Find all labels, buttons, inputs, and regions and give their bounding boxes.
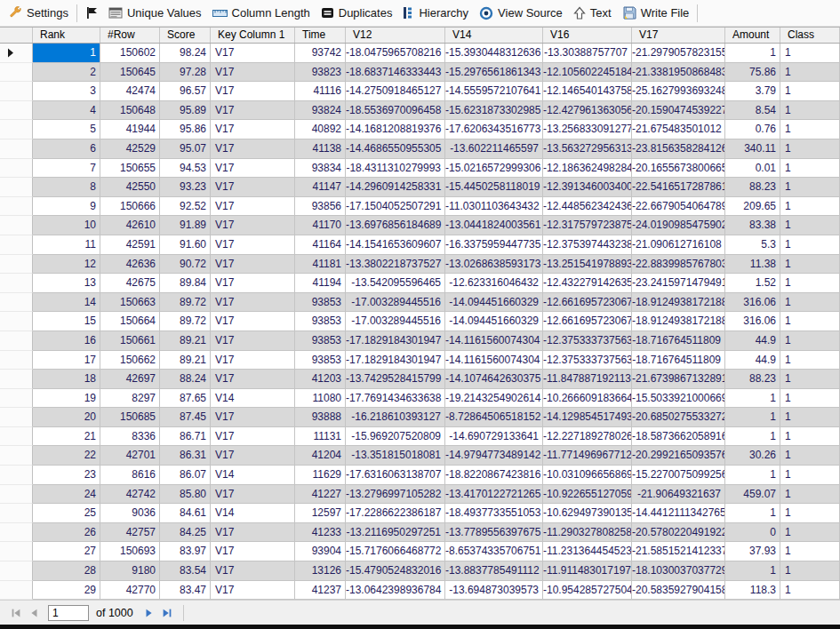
cell-v12[interactable]: -13.351815018081 — [346, 446, 445, 466]
cell-score[interactable]: 85.80 — [160, 485, 211, 505]
cell-v16[interactable]: -10.9542857275047 — [543, 581, 632, 601]
column-header-amount[interactable]: Amount — [725, 28, 780, 43]
cell-v17[interactable]: -18.9124938172188 — [632, 293, 725, 313]
cell-v17[interactable]: -20.1590474539227 — [632, 101, 725, 121]
cell-class[interactable]: 1 — [780, 159, 840, 179]
cell-rank[interactable]: 22 — [33, 446, 100, 466]
cell-time[interactable]: 41164 — [295, 235, 346, 255]
cell-amount[interactable]: 88.23 — [725, 370, 780, 389]
cell-class[interactable]: 1 — [780, 389, 840, 409]
row-marker-cell[interactable] — [0, 581, 33, 601]
cell-v16[interactable]: -12.2271892780267 — [543, 427, 632, 447]
cell-time[interactable]: 93888 — [295, 408, 346, 427]
cell-amount[interactable]: 209.65 — [725, 197, 780, 217]
cell-time[interactable]: 93853 — [295, 312, 346, 331]
cell-rank[interactable]: 13 — [33, 274, 100, 293]
cell-v14[interactable]: -14.9794773489142 — [445, 446, 543, 466]
row-marker-cell[interactable] — [0, 389, 33, 409]
cell-rank[interactable]: 24 — [33, 485, 100, 505]
last-page-button[interactable] — [158, 605, 176, 621]
cell-keycol[interactable]: V17 — [211, 446, 295, 466]
cell-class[interactable]: 1 — [780, 101, 840, 121]
cell-v14[interactable]: -15.2976561861343 — [445, 63, 543, 83]
row-marker-cell[interactable] — [0, 101, 33, 121]
cell-amount[interactable]: 1.52 — [725, 274, 780, 293]
column-header-row[interactable]: #Row — [100, 28, 160, 43]
cell-class[interactable]: 1 — [780, 446, 840, 466]
cell-rank[interactable]: 5 — [33, 120, 100, 139]
cell-v16[interactable]: -13.5632729563133 — [543, 139, 632, 159]
cell-time[interactable]: 13126 — [295, 561, 346, 581]
cell-time[interactable]: 93853 — [295, 351, 346, 370]
cell-v14[interactable]: -15.4450258118019 — [445, 178, 543, 197]
cell-rank[interactable]: 17 — [33, 351, 100, 370]
cell-keycol[interactable]: V17 — [211, 274, 295, 293]
cell-v12[interactable]: -17.003289445516 — [346, 293, 445, 313]
cell-rank[interactable]: 29 — [33, 581, 100, 601]
row-marker-cell[interactable] — [0, 370, 33, 389]
cell-keycol[interactable]: V17 — [211, 542, 295, 561]
cell-row[interactable]: 42770 — [100, 581, 160, 601]
cell-time[interactable]: 41227 — [295, 485, 346, 505]
cell-v14[interactable]: -17.6206343516773 — [445, 120, 543, 139]
cell-v12[interactable]: -17.1829184301947 — [346, 331, 445, 351]
cell-class[interactable]: 1 — [780, 485, 840, 505]
cell-v17[interactable]: -20.2992165093576 — [632, 446, 725, 466]
cell-rank[interactable]: 9 — [33, 197, 100, 217]
cell-keycol[interactable]: V14 — [211, 504, 295, 523]
cell-v14[interactable]: -14.690729133641 — [445, 427, 543, 447]
cell-v12[interactable]: -17.1504052507291 — [346, 197, 445, 217]
unique-values-button[interactable]: Unique Values — [103, 4, 207, 22]
row-marker-cell[interactable] — [0, 504, 33, 523]
cell-row[interactable]: 42474 — [100, 82, 160, 101]
cell-time[interactable]: 93834 — [295, 159, 346, 179]
cell-row[interactable]: 150666 — [100, 197, 160, 217]
cell-keycol[interactable]: V17 — [211, 216, 295, 235]
cell-v12[interactable]: -18.5536970096458 — [346, 101, 445, 121]
cell-v12[interactable]: -17.1829184301947 — [346, 351, 445, 370]
cell-rank[interactable]: 26 — [33, 523, 100, 543]
cell-amount[interactable]: 44.9 — [725, 351, 780, 370]
write-file-button[interactable]: Write File — [617, 4, 695, 22]
column-header-v16[interactable]: V16 — [543, 28, 632, 43]
cell-v16[interactable]: -12.1863624982841 — [543, 159, 632, 179]
cell-class[interactable]: 1 — [780, 178, 840, 197]
cell-class[interactable]: 1 — [780, 274, 840, 293]
cell-v12[interactable]: -13.2796997105282 — [346, 485, 445, 505]
cell-v17[interactable]: -23.2415971479491 — [632, 274, 725, 293]
cell-row[interactable]: 9036 — [100, 504, 160, 523]
cell-time[interactable]: 93853 — [295, 331, 346, 351]
cell-row[interactable]: 42550 — [100, 178, 160, 197]
cell-v14[interactable]: -11.0301103643432 — [445, 197, 543, 217]
cell-score[interactable]: 89.72 — [160, 312, 211, 331]
cell-class[interactable]: 1 — [780, 82, 840, 101]
cell-score[interactable]: 89.72 — [160, 293, 211, 313]
column-header-v14[interactable]: V14 — [445, 28, 543, 43]
cell-rank[interactable]: 6 — [33, 139, 100, 159]
cell-v12[interactable]: -17.7691434633638 — [346, 389, 445, 409]
settings-button[interactable]: Settings — [4, 4, 74, 22]
cell-row[interactable]: 9180 — [100, 561, 160, 581]
cell-time[interactable]: 41170 — [295, 216, 346, 235]
cell-time[interactable]: 40892 — [295, 120, 346, 139]
cell-amount[interactable]: 83.38 — [725, 216, 780, 235]
cell-v17[interactable]: -15.2270075099256 — [632, 466, 725, 485]
cell-keycol[interactable]: V17 — [211, 82, 295, 101]
cell-v14[interactable]: -14.1161560074304 — [445, 331, 543, 351]
cell-amount[interactable]: 340.11 — [725, 139, 780, 159]
row-marker-cell[interactable] — [0, 82, 33, 101]
cell-row[interactable]: 150648 — [100, 101, 160, 121]
cell-score[interactable]: 90.72 — [160, 255, 211, 275]
cell-keycol[interactable]: V17 — [211, 312, 295, 331]
cell-row[interactable]: 42701 — [100, 446, 160, 466]
cell-rank[interactable]: 19 — [33, 389, 100, 409]
cell-class[interactable]: 1 — [780, 331, 840, 351]
cell-class[interactable]: 1 — [780, 139, 840, 159]
row-marker-cell[interactable] — [0, 331, 33, 351]
cell-time[interactable]: 93742 — [295, 44, 346, 63]
cell-amount[interactable]: 0.01 — [725, 159, 780, 179]
cell-v12[interactable]: -14.1681208819376 — [346, 120, 445, 139]
cell-v14[interactable]: -18.4937733551053 — [445, 504, 543, 523]
cell-v16[interactable]: -11.7714969677127 — [543, 446, 632, 466]
cell-class[interactable]: 1 — [780, 581, 840, 601]
